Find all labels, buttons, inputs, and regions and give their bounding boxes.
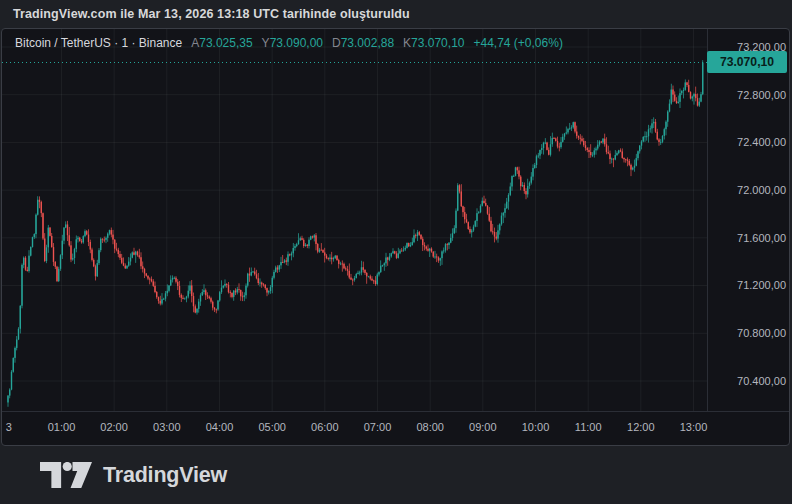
attribution-text: TradingView.com ile Mar 13, 2026 13:18 U… bbox=[13, 7, 410, 21]
tradingview-snapshot: TradingView.com ile Mar 13, 2026 13:18 U… bbox=[0, 0, 792, 504]
ohlc-low: D73.002,88 bbox=[332, 36, 394, 50]
attribution-bar: TradingView.com ile Mar 13, 2026 13:18 U… bbox=[0, 0, 792, 28]
chart-legend: Bitcoin / TetherUS · 1 · Binance A73.025… bbox=[15, 36, 563, 50]
tradingview-logo-icon bbox=[40, 462, 92, 488]
chart-widget: 73.200,0072.800,0072.400,0072.000,0071.6… bbox=[1, 28, 790, 446]
chart-pane[interactable] bbox=[2, 29, 707, 411]
ohlc-close: K73.070,10 bbox=[403, 36, 464, 50]
footer-bar: TradingView bbox=[0, 446, 792, 504]
price-axis[interactable] bbox=[707, 29, 789, 411]
symbol-title[interactable]: Bitcoin / TetherUS · 1 · Binance bbox=[15, 36, 182, 50]
chart-svg: 73.200,0072.800,0072.400,0072.000,0071.6… bbox=[2, 29, 789, 445]
brand-text: TradingView bbox=[103, 463, 227, 488]
tradingview-logo-link[interactable]: TradingView bbox=[40, 462, 227, 488]
ohlc-open: A73.025,35 bbox=[191, 36, 252, 50]
time-axis[interactable] bbox=[2, 411, 789, 445]
last-price-label: 73.070,10 bbox=[707, 51, 787, 73]
change-value: +44,74 (+0,06%) bbox=[473, 36, 562, 50]
ohlc-high: Y73.090,00 bbox=[262, 36, 323, 50]
